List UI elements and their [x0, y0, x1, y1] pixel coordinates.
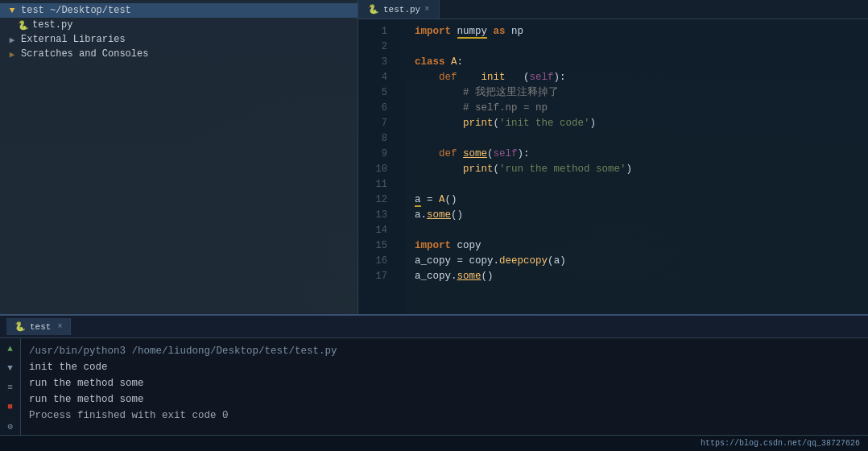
sidebar-item-external-libs[interactable]: ▶ External Libraries — [0, 32, 358, 47]
library-icon: ▶ — [6, 35, 18, 45]
status-link[interactable]: https://blog.csdn.net/qq_38727626 — [701, 439, 860, 448]
run-rerun-button[interactable]: ≡ — [3, 380, 18, 395]
sidebar: ▼ test ~/Desktop/test 🐍 test.py ▶ Extern… — [0, 0, 358, 314]
folder-icon: ▼ — [6, 6, 18, 15]
sidebar-item-label-0: test ~/Desktop/test — [21, 5, 131, 16]
run-tab-label: test — [30, 322, 51, 332]
run-output-line-2: run the method some — [29, 375, 860, 391]
run-stop-button[interactable]: ■ — [3, 399, 18, 414]
run-tab-test[interactable]: 🐍 test × — [6, 318, 71, 335]
python-file-icon: 🐍 — [18, 20, 29, 31]
editor-area: 🐍 test.py × 1 2 3 4 5 6 7 8 9 10 11 12 1… — [358, 0, 868, 314]
editor-tabs: 🐍 test.py × — [358, 0, 868, 19]
run-settings-button[interactable]: ⚙ — [3, 419, 18, 433]
sidebar-item-scratches[interactable]: ▶ Scratches and Consoles — [0, 47, 358, 61]
editor-gutter — [392, 19, 407, 314]
line-numbers: 1 2 3 4 5 6 7 8 9 10 11 12 13 14 15 16 1… — [358, 19, 392, 314]
run-tab-python-icon: 🐍 — [14, 321, 26, 332]
sidebar-tree: ▼ test ~/Desktop/test 🐍 test.py ▶ Extern… — [0, 0, 358, 314]
tab-close-button[interactable]: × — [424, 5, 429, 14]
run-up-button[interactable]: ▲ — [3, 341, 18, 356]
run-output-line-1: init the code — [29, 359, 860, 375]
editor-tab-test-py[interactable]: 🐍 test.py × — [358, 0, 440, 19]
code-editor[interactable]: import numpy as np class A: def init (se… — [407, 19, 868, 314]
scratch-icon: ▶ — [6, 49, 18, 60]
run-output-line-3: run the method some — [29, 391, 860, 408]
editor-content: 1 2 3 4 5 6 7 8 9 10 11 12 13 14 15 16 1… — [358, 19, 868, 314]
run-tab-close-button[interactable]: × — [57, 322, 62, 331]
run-exit-line: Process finished with exit code 0 — [29, 408, 860, 424]
run-output: /usr/bin/python3 /home/liudong/Desktop/t… — [21, 338, 868, 435]
tab-py-icon: 🐍 — [368, 4, 379, 14]
sidebar-item-project-root[interactable]: ▼ test ~/Desktop/test — [0, 3, 358, 18]
sidebar-item-label-2: External Libraries — [21, 34, 126, 45]
sidebar-item-test-py[interactable]: 🐍 test.py — [0, 18, 358, 32]
main-area: ▼ test ~/Desktop/test 🐍 test.py ▶ Extern… — [0, 0, 868, 314]
status-bar: https://blog.csdn.net/qq_38727626 — [0, 435, 868, 451]
sidebar-item-label-1: test.py — [32, 19, 72, 31]
sidebar-item-label-3: Scratches and Consoles — [21, 48, 148, 60]
run-tabs: 🐍 test × — [0, 316, 868, 338]
run-down-button[interactable]: ▼ — [3, 361, 18, 375]
run-toolbar: ▲ ▼ ≡ ■ ⚙ — [0, 338, 21, 435]
tab-label: test.py — [383, 5, 420, 14]
bottom-panel: 🐍 test × ▲ ▼ ≡ ■ ⚙ /usr/bin/python3 /hom… — [0, 314, 868, 451]
run-command-line: /usr/bin/python3 /home/liudong/Desktop/t… — [29, 343, 860, 359]
run-output-area: ▲ ▼ ≡ ■ ⚙ /usr/bin/python3 /home/liudong… — [0, 338, 868, 435]
